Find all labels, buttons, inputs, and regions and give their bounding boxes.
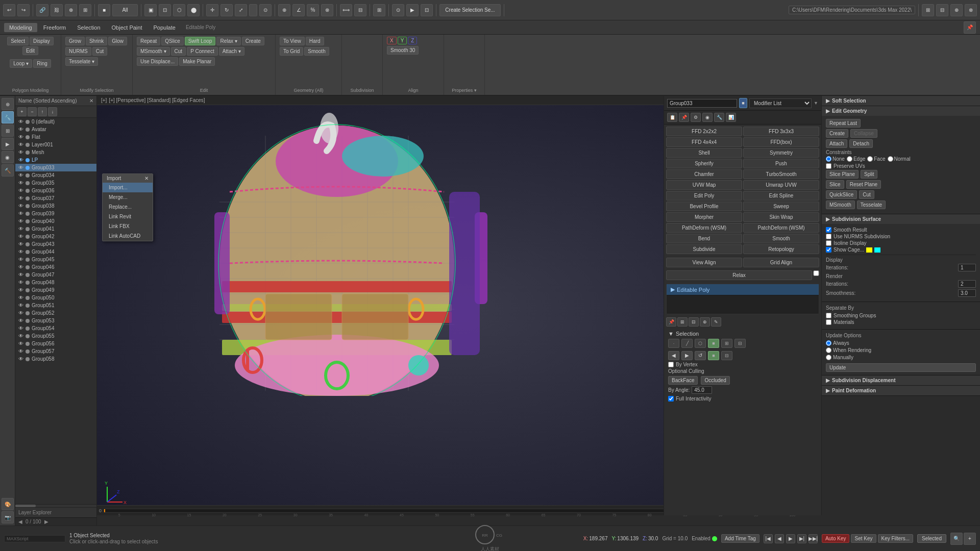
menu-selection[interactable]: Selection bbox=[72, 23, 105, 32]
mod-chamfer[interactable]: Chamfer bbox=[666, 169, 742, 179]
mod-retopology[interactable]: Retopology bbox=[743, 244, 819, 254]
select-btn[interactable]: ▣ bbox=[144, 4, 157, 16]
layer-item-group050[interactable]: 👁 Group050 bbox=[15, 294, 96, 302]
menu-object-paint[interactable]: Object Paint bbox=[107, 23, 148, 32]
layer-item-mesh[interactable]: 👁 Mesh bbox=[15, 148, 96, 156]
anim-start-btn[interactable]: |◀ bbox=[764, 534, 773, 543]
layer-item-lp[interactable]: 👁 LP bbox=[15, 156, 96, 164]
mod-icon-3[interactable]: ⚙ bbox=[691, 113, 701, 122]
import-item-fbx[interactable]: Link FBX bbox=[103, 221, 153, 231]
render-icon[interactable]: 📷 bbox=[2, 511, 14, 523]
always-radio[interactable] bbox=[826, 340, 831, 346]
constraint-none-radio[interactable] bbox=[826, 156, 831, 162]
sel-icon-poly[interactable]: ■ bbox=[708, 339, 719, 348]
layer-item-group040[interactable]: 👁 Group040 bbox=[15, 217, 96, 225]
layer-move-down-btn[interactable]: ↓ bbox=[48, 107, 57, 116]
tesselate-geo-btn[interactable]: Tesselate bbox=[857, 201, 886, 209]
hard-btn[interactable]: Hard bbox=[306, 37, 324, 45]
mat-editor-icon[interactable]: 🎨 bbox=[2, 498, 14, 510]
y-align-btn[interactable]: Y bbox=[398, 37, 407, 44]
layer-add-btn[interactable]: + bbox=[17, 107, 27, 116]
render-frame-btn[interactable]: ⊡ bbox=[421, 4, 433, 16]
import-item-autocad[interactable]: Link AutoCAD bbox=[103, 231, 153, 241]
add-time-tag-btn[interactable]: Add Time Tag bbox=[721, 534, 760, 543]
object-name-input[interactable] bbox=[667, 99, 737, 108]
mod-subdivide[interactable]: Subdivide bbox=[666, 244, 742, 254]
mod-uvwmap[interactable]: UVW Map bbox=[666, 180, 742, 190]
modifier-list-dropdown[interactable]: Modifier List bbox=[749, 98, 812, 108]
menu-freeform[interactable]: Freeform bbox=[38, 23, 71, 32]
frame-back-btn[interactable]: ◀ bbox=[18, 519, 22, 524]
unlink-button[interactable]: ⛓ bbox=[51, 4, 63, 16]
mod-icon-1[interactable]: 📋 bbox=[667, 113, 677, 122]
layer-del-btn[interactable]: − bbox=[28, 107, 37, 116]
update-btn[interactable]: Update bbox=[826, 363, 976, 372]
msmooth-btn[interactable]: MSmooth ▾ bbox=[137, 47, 170, 56]
edit-geometry-header[interactable]: ▶ Edit Geometry bbox=[822, 106, 980, 116]
view-align-btn[interactable]: View Align bbox=[666, 258, 742, 267]
mod-ffd222[interactable]: FFD 2x2x2 bbox=[666, 127, 742, 136]
grow-btn[interactable]: Grow bbox=[65, 37, 85, 45]
import-item-revit[interactable]: Link Revit bbox=[103, 212, 153, 221]
sliceplane-btn[interactable]: Slice Plane bbox=[826, 170, 859, 179]
import-item-import[interactable]: Import... bbox=[103, 183, 153, 192]
modify-icon[interactable]: 🔧 bbox=[2, 111, 14, 123]
when-rendering-radio[interactable] bbox=[826, 347, 831, 353]
layer-scrollbar-thumb[interactable] bbox=[15, 505, 36, 507]
glow-btn[interactable]: Glow bbox=[108, 37, 127, 45]
move-btn[interactable]: ✛ bbox=[206, 4, 218, 16]
make-planar-btn[interactable]: Make Planar bbox=[179, 57, 215, 66]
quickslice-btn[interactable]: QuickSlice bbox=[826, 190, 857, 199]
create-geo-btn[interactable]: Create bbox=[826, 129, 848, 138]
layer-item-group056[interactable]: 👁 Group056 bbox=[15, 340, 96, 347]
stack-editable-poly[interactable]: ▶ Editable Poly bbox=[667, 284, 819, 295]
loop-btn[interactable]: Loop ▾ bbox=[10, 59, 32, 68]
mod-bevelprofile[interactable]: Bevel Profile bbox=[666, 202, 742, 211]
hierarchy-icon[interactable]: ⊞ bbox=[2, 124, 14, 137]
constraint-normal-radio[interactable] bbox=[888, 156, 893, 162]
collapse-geo-btn[interactable]: Collapse bbox=[850, 129, 877, 138]
undo-button[interactable]: ↩ bbox=[3, 4, 15, 16]
sel-icon-edge[interactable]: ╱ bbox=[681, 339, 693, 348]
viewport-plus-icon[interactable]: [+] bbox=[101, 97, 107, 103]
mod-icon-6[interactable]: 📊 bbox=[726, 113, 736, 122]
layer-item-group033[interactable]: 👁 Group033 bbox=[15, 164, 96, 171]
ring-btn[interactable]: Ring bbox=[33, 59, 51, 68]
attach-geo-btn[interactable]: Attach bbox=[826, 139, 847, 148]
link-button[interactable]: 🔗 bbox=[36, 4, 48, 16]
msmooth-geo-btn[interactable]: MSmooth bbox=[826, 201, 855, 209]
mirror-btn[interactable]: ⟺ bbox=[340, 4, 352, 16]
repeat-last-btn[interactable]: Repeat Last bbox=[826, 119, 861, 128]
mod-turbosmooth[interactable]: TurboSmooth bbox=[743, 169, 819, 179]
subdiv-displacement-header[interactable]: ▶ Subdivision Displacement bbox=[822, 375, 980, 385]
mod-patchdeform[interactable]: PatchDeform (WSM) bbox=[743, 223, 819, 233]
use-nurms-check[interactable] bbox=[826, 234, 831, 239]
layer-item-flat[interactable]: 👁 Flat bbox=[15, 133, 96, 141]
tesselate-btn[interactable]: Tesselate ▾ bbox=[65, 57, 98, 66]
show-cage-check[interactable] bbox=[826, 247, 831, 253]
repeat-btn[interactable]: Repeat bbox=[137, 37, 160, 45]
bind-button[interactable]: ⊕ bbox=[65, 4, 77, 16]
create-btn[interactable]: Create bbox=[242, 37, 264, 45]
menu-modeling[interactable]: Modeling bbox=[4, 23, 37, 32]
paint-deformation-header[interactable]: ▶ Paint Deformation bbox=[822, 386, 980, 395]
mod-spherify[interactable]: Spherify bbox=[666, 159, 742, 168]
iterations-render-input[interactable] bbox=[958, 280, 976, 288]
subdivision-surface-header[interactable]: ▶ Subdivision Surface bbox=[822, 214, 980, 224]
to-grid-btn[interactable]: To Grid bbox=[280, 47, 303, 56]
sel-fwd-btn[interactable]: ▶ bbox=[681, 351, 693, 360]
mod-ffd333[interactable]: FFD 3x3x3 bbox=[743, 127, 819, 136]
cut-ribbon-btn[interactable]: Cut bbox=[92, 47, 108, 56]
anim-next-btn[interactable]: ▶| bbox=[797, 534, 806, 543]
z-align-btn[interactable]: Z bbox=[408, 37, 417, 44]
layer-item-group051[interactable]: 👁 Group051 bbox=[15, 302, 96, 309]
layer-item-group052[interactable]: 👁 Group052 bbox=[15, 309, 96, 317]
sel-extra[interactable]: ⊟ bbox=[721, 351, 732, 360]
layer-item-group034[interactable]: 👁 Group034 bbox=[15, 171, 96, 179]
render-setup-btn[interactable]: ⊙ bbox=[392, 4, 404, 16]
pivot-btn[interactable]: ⊙ bbox=[259, 4, 272, 16]
modifier-list-arrow[interactable]: ▼ bbox=[814, 101, 818, 106]
shrink-btn[interactable]: Shrink bbox=[86, 37, 107, 45]
import-item-merge[interactable]: Merge... bbox=[103, 192, 153, 202]
layer-item-group057[interactable]: 👁 Group057 bbox=[15, 347, 96, 355]
